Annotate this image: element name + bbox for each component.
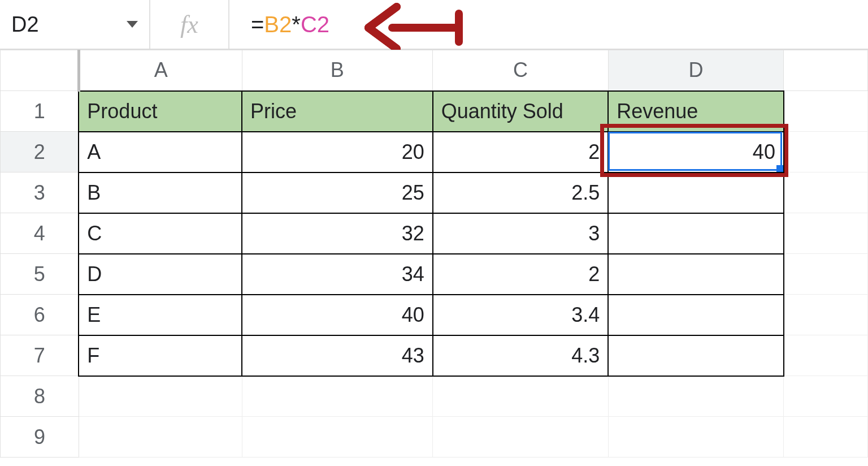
cell-C4[interactable]: 3 [433, 213, 609, 254]
select-all-corner[interactable] [1, 50, 79, 91]
formula-ref1: B2 [264, 12, 292, 37]
cell-C3[interactable]: 2.5 [433, 172, 609, 213]
cell-C2[interactable]: 2 [433, 132, 609, 172]
cell-A9[interactable] [79, 417, 242, 458]
cell-D6[interactable] [608, 295, 784, 335]
formula-op: * [292, 12, 301, 37]
cell-E8[interactable] [784, 376, 868, 417]
cell-A5[interactable]: D [79, 254, 242, 295]
cell-E5[interactable] [784, 254, 868, 295]
cell-C8[interactable] [433, 376, 609, 417]
cell-A6[interactable]: E [79, 295, 242, 335]
cell-C7[interactable]: 4.3 [433, 335, 609, 376]
cell-D7[interactable] [608, 335, 784, 376]
col-header-C[interactable]: C [433, 50, 609, 91]
col-header-D[interactable]: D [608, 50, 784, 91]
cell-C1[interactable]: Quantity Sold [433, 91, 609, 132]
row-header-8[interactable]: 8 [1, 376, 79, 417]
cell-D2[interactable]: 40 [608, 132, 784, 172]
row-header-5[interactable]: 5 [1, 254, 79, 295]
cell-B8[interactable] [242, 376, 433, 417]
cell-C6[interactable]: 3.4 [433, 295, 609, 335]
formula-ref2: C2 [301, 12, 329, 37]
name-box[interactable]: D2 [3, 0, 150, 49]
cell-D8[interactable] [608, 376, 784, 417]
cell-E2[interactable] [784, 132, 868, 172]
cell-A4[interactable]: C [79, 213, 242, 254]
row-header-7[interactable]: 7 [1, 335, 79, 376]
cell-B1[interactable]: Price [242, 91, 433, 132]
cell-D4[interactable] [608, 213, 784, 254]
sheet-table: A B C D 1 Product Price Quantity Sold Re… [0, 50, 868, 458]
chevron-down-icon[interactable] [127, 21, 138, 28]
col-header-A[interactable]: A [79, 50, 242, 91]
cell-D9[interactable] [608, 417, 784, 458]
formula-input[interactable]: = B2 * C2 [229, 12, 868, 37]
cell-E6[interactable] [784, 295, 868, 335]
formula-eq: = [251, 12, 264, 37]
spreadsheet-grid[interactable]: A B C D 1 Product Price Quantity Sold Re… [0, 50, 868, 458]
row-header-4[interactable]: 4 [1, 213, 79, 254]
cell-A8[interactable] [79, 376, 242, 417]
cell-D3[interactable] [608, 172, 784, 213]
row-header-9[interactable]: 9 [1, 417, 79, 458]
cell-E9[interactable] [784, 417, 868, 458]
row-header-2[interactable]: 2 [1, 132, 79, 172]
cell-A7[interactable]: F [79, 335, 242, 376]
cell-E4[interactable] [784, 213, 868, 254]
cell-A2[interactable]: A [79, 132, 242, 172]
fx-icon[interactable]: fx [150, 0, 229, 49]
col-header-blank[interactable] [784, 50, 868, 91]
cell-A3[interactable]: B [79, 172, 242, 213]
cell-C9[interactable] [433, 417, 609, 458]
col-header-B[interactable]: B [242, 50, 433, 91]
row-header-3[interactable]: 3 [1, 172, 79, 213]
row-header-6[interactable]: 6 [1, 295, 79, 335]
cell-C5[interactable]: 2 [433, 254, 609, 295]
formula-bar: D2 fx = B2 * C2 [0, 0, 868, 50]
cell-E3[interactable] [784, 172, 868, 213]
cell-B6[interactable]: 40 [242, 295, 433, 335]
cell-A1[interactable]: Product [79, 91, 242, 132]
cell-B3[interactable]: 25 [242, 172, 433, 213]
cell-D1[interactable]: Revenue [608, 91, 784, 132]
cell-B7[interactable]: 43 [242, 335, 433, 376]
cell-E1[interactable] [784, 91, 868, 132]
cell-B2[interactable]: 20 [242, 132, 433, 172]
name-box-value: D2 [11, 12, 39, 37]
cell-B5[interactable]: 34 [242, 254, 433, 295]
cell-E7[interactable] [784, 335, 868, 376]
cell-B9[interactable] [242, 417, 433, 458]
cell-D5[interactable] [608, 254, 784, 295]
cell-B4[interactable]: 32 [242, 213, 433, 254]
row-header-1[interactable]: 1 [1, 91, 79, 132]
